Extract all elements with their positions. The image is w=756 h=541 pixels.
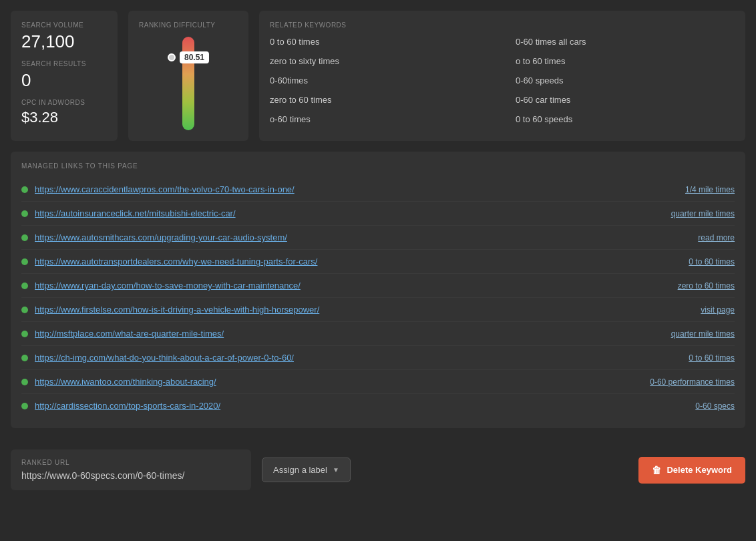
keyword-item: 0-60 times all cars xyxy=(516,34,735,49)
gauge-container: 80.51 xyxy=(182,37,194,130)
link-tag[interactable]: 0-60 specs xyxy=(695,401,735,411)
link-row: https://www.autosmithcars.com/upgrading-… xyxy=(21,226,735,250)
green-status-dot xyxy=(21,379,28,385)
cpc-value: $3.28 xyxy=(21,109,107,126)
link-url[interactable]: https://www.autotransportdealers.com/why… xyxy=(35,256,677,266)
green-status-dot xyxy=(21,307,28,313)
link-tag[interactable]: quarter mile times xyxy=(671,329,735,339)
delete-keyword-text: Delete Keyword xyxy=(667,465,732,475)
green-status-dot xyxy=(21,186,28,193)
keyword-item: 0-60 speeds xyxy=(516,73,735,88)
link-url[interactable]: https://autoinsuranceclick.net/mitsubish… xyxy=(35,208,659,218)
search-volume-value: 27,100 xyxy=(21,31,107,52)
keyword-item: 0-60 car times xyxy=(516,92,735,108)
keyword-item: zero to sixty times xyxy=(270,53,489,69)
ranked-url-card: RANKED URL https://www.0-60specs.com/0-6… xyxy=(11,449,251,490)
gauge-indicator: 80.51 xyxy=(168,51,209,63)
link-row: https://ch-img.com/what-do-you-think-abo… xyxy=(21,346,735,370)
assign-label-button[interactable]: Assign a label ▼ xyxy=(262,458,351,482)
link-url[interactable]: https://www.firstelse.com/how-is-it-driv… xyxy=(35,305,689,315)
keyword-item: o-60 times xyxy=(270,112,489,127)
links-list: https://www.caraccidentlawpros.com/the-v… xyxy=(21,178,735,417)
search-volume-label: SEARCH VOLUME xyxy=(21,21,107,29)
link-url[interactable]: https://ch-img.com/what-do-you-think-abo… xyxy=(35,353,677,363)
chevron-down-icon: ▼ xyxy=(333,466,339,474)
assign-label-text: Assign a label xyxy=(273,465,327,475)
stats-card: SEARCH VOLUME 27,100 SEARCH RESULTS 0 CP… xyxy=(11,11,118,141)
cpc-label: CPC IN ADWORDS xyxy=(21,99,107,106)
bottom-section: RANKED URL https://www.0-60specs.com/0-6… xyxy=(0,439,756,501)
related-keywords-card: RELATED KEYWORDS 0 to 60 times0-60 times… xyxy=(259,11,745,141)
gauge-bar: 80.51 xyxy=(182,37,194,130)
green-status-dot xyxy=(21,331,28,337)
green-status-dot xyxy=(21,258,28,265)
green-status-dot xyxy=(21,355,28,361)
link-url[interactable]: https://www.iwantoo.com/thinking-about-r… xyxy=(35,377,638,387)
search-results-label: SEARCH RESULTS xyxy=(21,60,107,67)
keyword-item: zero to 60 times xyxy=(270,92,489,108)
link-row: https://www.firstelse.com/how-is-it-driv… xyxy=(21,298,735,322)
green-status-dot xyxy=(21,283,28,289)
link-tag[interactable]: 1/4 mile times xyxy=(685,185,735,194)
link-tag[interactable]: zero to 60 times xyxy=(678,281,735,291)
link-tag[interactable]: read more xyxy=(698,233,735,242)
ranked-url-value: https://www.0-60specs.com/0-60-times/ xyxy=(21,470,240,481)
keyword-item: o to 60 times xyxy=(516,53,735,69)
green-status-dot xyxy=(21,210,28,217)
keyword-item: 0-60times xyxy=(270,73,489,88)
managed-links-title: MANAGED LINKS TO THIS PAGE xyxy=(21,162,735,170)
gauge-score: 80.51 xyxy=(180,51,209,63)
green-status-dot xyxy=(21,234,28,241)
keyword-item: 0 to 60 times xyxy=(270,34,489,49)
link-url[interactable]: https://www.caraccidentlawpros.com/the-v… xyxy=(35,184,673,194)
delete-keyword-button[interactable]: 🗑 Delete Keyword xyxy=(638,457,745,484)
link-tag[interactable]: 0-60 performance times xyxy=(650,377,735,387)
link-url[interactable]: http://msftplace.com/what-are-quarter-mi… xyxy=(35,329,659,339)
link-tag[interactable]: visit page xyxy=(701,305,735,315)
link-row: https://www.iwantoo.com/thinking-about-r… xyxy=(21,370,735,394)
link-row: https://www.autotransportdealers.com/why… xyxy=(21,250,735,274)
link-tag[interactable]: quarter mile times xyxy=(671,209,735,218)
green-status-dot xyxy=(21,403,28,409)
difficulty-card: RANKING DIFFICULTY 80.51 xyxy=(128,11,248,141)
gauge-dot xyxy=(168,53,176,61)
link-url[interactable]: http://cardissection.com/top-sports-cars… xyxy=(35,401,683,411)
link-row: https://www.caraccidentlawpros.com/the-v… xyxy=(21,178,735,202)
link-url[interactable]: https://www.autosmithcars.com/upgrading-… xyxy=(35,232,686,242)
link-row: http://msftplace.com/what-are-quarter-mi… xyxy=(21,322,735,346)
link-url[interactable]: https://www.ryan-day.com/how-to-save-mon… xyxy=(35,281,666,291)
managed-links-section: MANAGED LINKS TO THIS PAGE https://www.c… xyxy=(11,152,745,428)
link-tag[interactable]: 0 to 60 times xyxy=(689,353,735,363)
link-tag[interactable]: 0 to 60 times xyxy=(689,257,735,266)
trash-icon: 🗑 xyxy=(652,465,661,476)
ranked-url-label: RANKED URL xyxy=(21,459,240,466)
keyword-item: 0 to 60 speeds xyxy=(516,112,735,127)
related-keywords-label: RELATED KEYWORDS xyxy=(270,21,735,29)
search-results-value: 0 xyxy=(21,70,107,91)
link-row: https://www.ryan-day.com/how-to-save-mon… xyxy=(21,274,735,298)
link-row: https://autoinsuranceclick.net/mitsubish… xyxy=(21,202,735,226)
link-row: http://cardissection.com/top-sports-cars… xyxy=(21,394,735,417)
keywords-grid: 0 to 60 times0-60 times all carszero to … xyxy=(270,34,735,127)
difficulty-label: RANKING DIFFICULTY xyxy=(139,21,215,29)
